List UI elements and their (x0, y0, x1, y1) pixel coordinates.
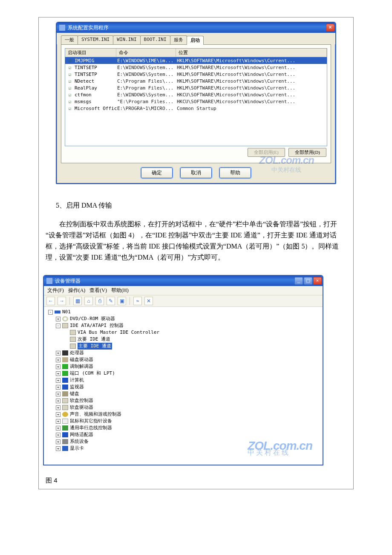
startup-name: ctfmon (75, 92, 117, 98)
startup-loc: HKLM\SOFTWARE\Microsoft\Windows\Current.… (177, 72, 327, 77)
tree-node[interactable]: +调制解调器 (56, 363, 320, 370)
toolbar-button[interactable]: ⎙ (95, 297, 104, 305)
toolbar-button[interactable]: → (58, 297, 66, 305)
checkbox-icon[interactable]: ☑ (67, 99, 73, 104)
expand-icon[interactable]: + (56, 433, 61, 437)
checkbox-icon[interactable]: ☑ (67, 72, 73, 77)
toolbar-button[interactable]: ✎ (107, 297, 115, 305)
cancel-button[interactable]: 取消 (180, 168, 212, 178)
help-button[interactable]: 帮助 (219, 168, 251, 178)
expand-icon[interactable]: + (56, 405, 61, 410)
expand-icon[interactable]: - (56, 324, 61, 328)
expand-icon[interactable]: + (56, 426, 61, 431)
expand-icon[interactable]: + (56, 378, 61, 383)
checkbox-icon[interactable]: ☑ (67, 65, 73, 70)
startup-row[interactable]: ☑NDetectC:\Program Files\...HKLM\SOFTWAR… (65, 78, 327, 84)
startup-list[interactable]: 启动项目 命令 位置 ☑IMJPMIGE:\WINDOWS\IME\im...H… (65, 48, 327, 146)
enable-all-button[interactable]: 全部启用(E) (248, 148, 285, 157)
checkbox-icon[interactable]: ☑ (67, 85, 73, 91)
expand-icon[interactable]: + (56, 385, 61, 390)
expand-icon[interactable]: + (56, 371, 61, 376)
tree-node[interactable]: +鼠标和其它指针设备 (56, 418, 320, 425)
toolbar-button[interactable]: ⌂ (84, 297, 93, 305)
toolbar-button[interactable]: ← (46, 297, 55, 305)
tree-node[interactable]: -N01 (48, 309, 320, 315)
col-cmd[interactable]: 命令 (116, 49, 176, 57)
col-item[interactable]: 启动项目 (65, 49, 116, 57)
tab-winini[interactable]: WIN.INI (113, 35, 140, 44)
expand-icon[interactable]: + (56, 412, 61, 417)
startup-row[interactable]: ☑Microsoft OfficeE:\PROGRA~1\MICRO...Com… (65, 105, 327, 112)
node-label: 鼠标和其它指针设备 (70, 418, 112, 425)
menu-file[interactable]: 文件(F) (47, 287, 64, 294)
tree-node[interactable]: +网络适配器 (56, 431, 320, 438)
tree-node[interactable]: -IDE ATA/ATAPI 控制器 (56, 322, 320, 329)
expand-icon[interactable]: + (56, 358, 61, 362)
msconfig-titlebar[interactable]: 系统配置实用程序 × (57, 23, 335, 33)
figure-caption: 图 4 (39, 468, 353, 489)
tab-systemini[interactable]: SYSTEM.INI (78, 35, 113, 44)
expand-icon[interactable]: + (56, 392, 61, 396)
startup-row[interactable]: ☑RealPlayE:\Program Files\...HKLM\SOFTWA… (65, 84, 327, 91)
tree-node[interactable]: +处理器 (56, 350, 320, 356)
toolbar-button[interactable]: ▦ (73, 297, 82, 305)
node-label: 声音、视频和游戏控制器 (70, 411, 121, 418)
startup-row[interactable]: ☑ctfmonE:\WINDOWS\System...HKCU\SOFTWARE… (65, 91, 327, 98)
startup-cmd: E:\WINDOWS\System... (117, 92, 177, 98)
expand-icon[interactable]: + (56, 351, 61, 356)
expand-icon[interactable]: + (56, 364, 61, 369)
expand-icon[interactable]: + (56, 317, 61, 321)
toolbar-button[interactable]: ▣ (118, 297, 126, 305)
tree-node[interactable]: 次要 IDE 通道 (63, 336, 320, 343)
tree-node[interactable]: +软盘控制器 (56, 397, 320, 404)
tree-node[interactable]: +软盘驱动器 (56, 404, 320, 411)
expand-icon[interactable]: + (56, 419, 61, 424)
tree-node[interactable]: VIA Bus Master IDE Controller (63, 329, 320, 336)
node-label: 计算机 (70, 377, 84, 384)
expand-icon[interactable]: + (56, 446, 61, 451)
tree-node[interactable]: +端口 (COM 和 LPT) (56, 370, 320, 377)
devmgr-titlebar[interactable]: 设备管理器 _ ▢ × (44, 276, 323, 286)
startup-row[interactable]: ☑TINTSETPE:\WINDOWS\System...HKLM\SOFTWA… (65, 64, 327, 71)
tree-node[interactable]: +声音、视频和游戏控制器 (56, 411, 320, 418)
minimize-icon[interactable]: _ (294, 277, 303, 285)
tree-node[interactable]: +DVD/CD-ROM 驱动器 (56, 315, 320, 322)
expand-icon[interactable]: - (48, 310, 53, 315)
tree-node[interactable]: +键盘 (56, 390, 320, 397)
maximize-icon[interactable]: ▢ (304, 277, 312, 285)
startup-row[interactable]: ☑TINTSETPE:\WINDOWS\System...HKLM\SOFTWA… (65, 71, 327, 78)
tree-node[interactable]: 主要 IDE 通道 (63, 343, 320, 350)
toolbar-button[interactable]: ✕ (144, 297, 153, 305)
startup-row[interactable]: ☑msmsgs"E:\Program Files...HKCU\SOFTWARE… (65, 98, 327, 105)
expand-icon[interactable]: + (56, 399, 61, 403)
close-icon[interactable]: × (313, 277, 322, 285)
checkbox-icon[interactable]: ☑ (67, 106, 73, 111)
tab-bootini[interactable]: BOOT.INI (140, 35, 170, 44)
toolbar-button[interactable]: ≈ (133, 297, 142, 305)
tree-node[interactable]: +计算机 (56, 377, 320, 384)
menu-action[interactable]: 操作(A) (68, 287, 86, 294)
checkbox-icon[interactable]: ☑ (67, 78, 73, 84)
tree-node[interactable]: +通用串行总线控制器 (56, 425, 320, 431)
tab-general[interactable]: 一般 (61, 35, 78, 44)
startup-cmd: "E:\Program Files... (117, 99, 177, 104)
col-loc[interactable]: 位置 (176, 49, 327, 57)
tab-startup[interactable]: 启动 (187, 36, 204, 45)
tree-node[interactable]: +系统设备 (56, 438, 320, 445)
tree-node[interactable]: +监视器 (56, 384, 320, 390)
ok-button[interactable]: 确定 (141, 168, 173, 178)
close-icon[interactable]: × (326, 24, 334, 32)
menu-help[interactable]: 帮助(H) (111, 287, 129, 294)
devmgr-window: 设备管理器 _ ▢ × 文件(F) 操作(A) 查看(V) 帮助(H) ←→▦⌂… (43, 275, 323, 465)
node-label: 次要 IDE 通道 (78, 336, 110, 343)
tree-node[interactable]: +显示卡 (56, 445, 320, 452)
menu-view[interactable]: 查看(V) (89, 287, 107, 294)
expand-icon[interactable]: + (56, 439, 61, 444)
device-tree[interactable]: -N01+DVD/CD-ROM 驱动器-IDE ATA/ATAPI 控制器VIA… (44, 307, 323, 465)
tab-services[interactable]: 服务 (170, 35, 187, 44)
disable-all-button[interactable]: 全部禁用(D) (288, 148, 326, 157)
tree-node[interactable]: +磁盘驱动器 (56, 356, 320, 363)
checkbox-icon[interactable]: ☑ (67, 92, 73, 98)
startup-row[interactable]: ☑IMJPMIGE:\WINDOWS\IME\im...HKLM\SOFTWAR… (65, 57, 327, 64)
checkbox-icon[interactable]: ☑ (67, 58, 73, 64)
